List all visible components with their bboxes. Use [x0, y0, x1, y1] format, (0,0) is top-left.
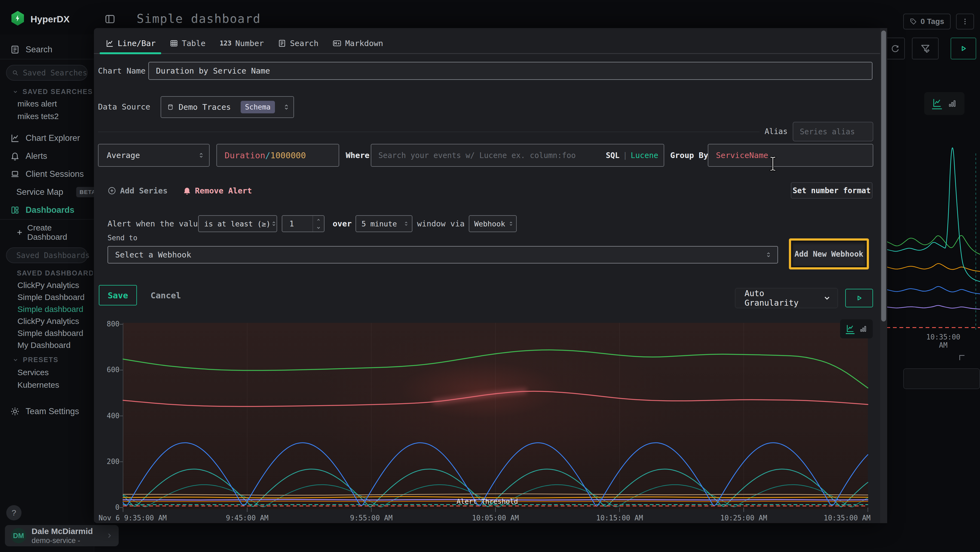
group-by-input[interactable]: ServiceName: [708, 144, 873, 167]
webhook-select[interactable]: Select a Webhook: [108, 246, 778, 263]
chart-name-input[interactable]: Duration by Service Name: [148, 62, 872, 80]
bar-chart-icon[interactable]: [948, 99, 956, 108]
avatar: DM: [11, 528, 26, 543]
spinner-down-icon[interactable]: [316, 225, 321, 230]
line-chart-icon[interactable]: [846, 324, 854, 334]
chevron-down-icon: [13, 89, 18, 95]
sidebar-collapse-icon[interactable]: [103, 12, 117, 26]
list-item[interactable]: ClickPy Analytics: [0, 315, 94, 327]
tile-resize-handle[interactable]: [959, 355, 964, 360]
create-dashboard-button[interactable]: Create Dashboard: [16, 225, 94, 239]
list-item[interactable]: Simple Dashboard: [0, 291, 94, 303]
sidebar-item-alerts[interactable]: Alerts: [0, 147, 94, 165]
tab-search[interactable]: Search: [278, 39, 318, 48]
page-title: Simple dashboard: [137, 11, 261, 26]
list-item[interactable]: Kubernetes: [0, 379, 94, 391]
save-button[interactable]: Save: [99, 285, 137, 305]
sidebar-divider: [0, 59, 94, 59]
sidebar-item-team-settings[interactable]: Team Settings: [0, 404, 94, 419]
list-item[interactable]: Services: [0, 366, 94, 379]
x-tick-label: 10:35:00 AM: [824, 514, 870, 522]
bar-chart-icon[interactable]: [859, 325, 867, 333]
granularity-select[interactable]: Auto Granularity: [735, 288, 838, 308]
y-tick-label: 400: [98, 412, 119, 420]
alert-threshold-input[interactable]: 1: [282, 215, 325, 232]
help-button[interactable]: ?: [6, 505, 22, 520]
schema-badge[interactable]: Schema: [241, 101, 275, 113]
where-label: Where: [346, 149, 369, 161]
list-item[interactable]: My Dashboard: [0, 339, 94, 351]
sidebar-item-label: Search: [25, 45, 52, 54]
tag-icon: [910, 18, 917, 25]
add-series-button[interactable]: Add Series: [108, 184, 168, 198]
refresh-icon: [891, 44, 900, 53]
aggregation-select[interactable]: Average: [98, 144, 210, 167]
bg-chart-type-toggle[interactable]: [924, 92, 964, 115]
tab-markdown[interactable]: Markdown: [332, 39, 383, 48]
add-webhook-highlight: Add New Webhook: [789, 238, 869, 270]
saved-dashboards-header[interactable]: SAVED DASHBOARDS: [13, 269, 93, 277]
list-item[interactable]: mikes alert: [0, 97, 94, 110]
chevron-down-icon: [823, 294, 831, 302]
sidebar-nav: Chart Explorer Alerts Client Sessions Se…: [0, 129, 94, 219]
tags-button[interactable]: 0 Tags: [903, 14, 951, 29]
set-number-format-button[interactable]: Set number format: [791, 182, 872, 199]
tabs-underline-track: [94, 53, 880, 54]
user-org: demo-service -: [32, 536, 93, 545]
chevrons-updown-icon: [197, 152, 205, 159]
sidebar-item-service-map[interactable]: Service Map BETA: [0, 183, 94, 201]
sidebar-item-client-sessions[interactable]: Client Sessions: [0, 165, 94, 183]
remove-alert-button[interactable]: Remove Alert: [183, 184, 252, 198]
filter-button[interactable]: [912, 38, 939, 59]
tab-table[interactable]: Table: [170, 39, 205, 48]
cancel-button[interactable]: Cancel: [148, 285, 183, 305]
preview-chart-type-toggle[interactable]: [840, 319, 873, 338]
chart-type-tabs: Line/Bar Table 123 Number Search Markdow…: [106, 34, 383, 53]
preview-run-button[interactable]: [845, 289, 873, 307]
sidebar-item-chart-explorer[interactable]: Chart Explorer: [0, 129, 94, 147]
chevrons-updown-icon: [508, 221, 514, 227]
run-query-button[interactable]: [951, 38, 976, 59]
scrollbar-thumb[interactable]: [881, 30, 886, 322]
number-spinner[interactable]: [312, 216, 324, 231]
more-menu-button[interactable]: [956, 14, 974, 29]
line-chart-icon[interactable]: [932, 98, 942, 109]
bg-x-tick-label: 10:35:00 AM: [923, 333, 964, 349]
list-item[interactable]: Simple dashboard: [0, 327, 94, 339]
saved-dashboards-placeholder: Saved Dashboards: [16, 251, 90, 260]
alert-threshold-label: Alert Threshold: [457, 498, 518, 506]
search-icon: [12, 69, 19, 77]
saved-searches-input[interactable]: Saved Searches: [6, 65, 88, 81]
lucene-toggle[interactable]: Lucene: [631, 151, 658, 160]
tab-line-bar[interactable]: Line/Bar: [106, 39, 156, 48]
saved-dashboards-input[interactable]: Saved Dashboards: [6, 247, 88, 263]
alert-channel-select[interactable]: Webhook: [469, 215, 517, 232]
series-alias-input[interactable]: Series alias: [793, 122, 873, 141]
user-menu[interactable]: DM Dale McDiarmid demo-service -: [5, 525, 119, 546]
field-expression-input[interactable]: Duration/1000000: [216, 144, 339, 167]
saved-searches-header[interactable]: SAVED SEARCHES: [13, 88, 93, 96]
spinner-up-icon[interactable]: [316, 217, 321, 222]
sidebar-item-search[interactable]: Search: [0, 41, 94, 59]
refresh-button[interactable]: [885, 38, 905, 59]
presets-header[interactable]: PRESETS: [13, 356, 93, 364]
play-icon: [958, 44, 968, 53]
list-item[interactable]: ClickPy Analytics: [0, 279, 94, 291]
search-list-icon: [278, 39, 286, 48]
list-item[interactable]: Simple dashboard: [0, 303, 94, 315]
saved-searches-placeholder: Saved Searches: [23, 69, 87, 77]
alert-window-select[interactable]: 5 minute: [356, 215, 412, 232]
list-item[interactable]: mikes tets2: [0, 110, 94, 123]
tab-number[interactable]: 123 Number: [220, 39, 264, 48]
tags-button-label: 0 Tags: [921, 17, 944, 26]
data-source-select[interactable]: Demo Traces Schema: [161, 96, 294, 118]
saved-searches-list: mikes alertmikes tets2: [0, 97, 94, 123]
sidebar-item-dashboards[interactable]: Dashboards: [0, 201, 94, 219]
sql-toggle[interactable]: SQL: [606, 151, 620, 160]
add-new-webhook-button[interactable]: Add New Webhook: [792, 242, 865, 266]
alert-condition-select[interactable]: is at least (≥): [198, 215, 277, 232]
presets-list: ServicesKubernetes: [0, 366, 94, 391]
scrollbar-track[interactable]: [880, 28, 887, 523]
bell-filled-icon: [183, 187, 191, 195]
where-search-input[interactable]: Search your events w/ Lucene ex. column:…: [371, 144, 664, 167]
